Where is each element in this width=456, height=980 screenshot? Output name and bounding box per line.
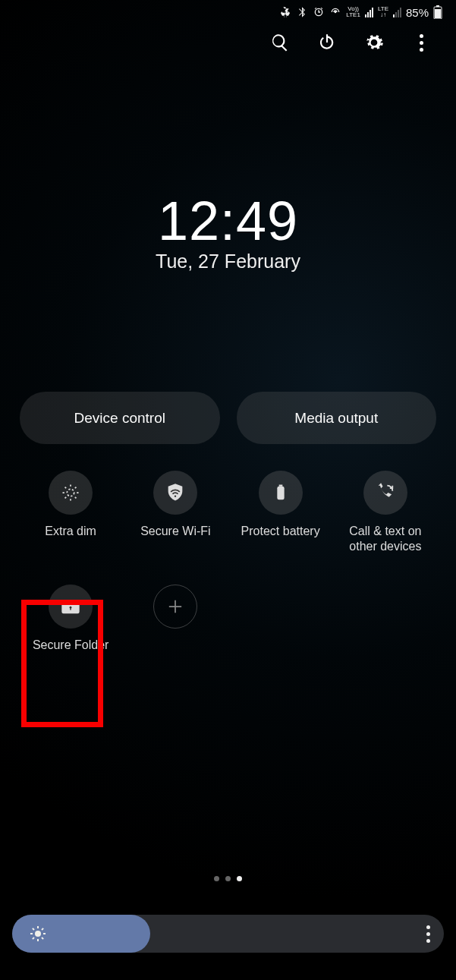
battery-protect-icon (259, 471, 303, 515)
more-button[interactable] (410, 32, 432, 53)
tile-label: Extra dim (45, 524, 96, 539)
status-bar: Vo)) LTE1 LTE ↓↑ 85% (0, 0, 456, 21)
add-tile-button[interactable] (123, 585, 228, 653)
power-icon (317, 33, 337, 52)
svg-rect-7 (278, 485, 282, 487)
device-control-button[interactable]: Device control (20, 392, 220, 444)
control-pill-row: Device control Media output (20, 392, 436, 444)
tile-label (174, 638, 177, 653)
device-control-label: Device control (74, 410, 165, 427)
search-icon (270, 33, 290, 52)
gear-icon (364, 33, 384, 52)
panel-action-row (269, 32, 456, 53)
tile-label: Call & text on other devices (336, 524, 435, 554)
volte-indicator: Vo)) LTE1 (346, 6, 360, 18)
tile-label: Secure Folder (33, 638, 109, 653)
svg-rect-3 (435, 9, 441, 18)
bluetooth-icon (296, 6, 308, 18)
alarm-icon (313, 6, 325, 18)
svg-point-10 (35, 931, 41, 937)
brightness-slider[interactable] (12, 915, 444, 953)
brightness-fill (12, 915, 150, 953)
more-vertical-icon (420, 34, 423, 52)
search-button[interactable] (269, 32, 291, 53)
settings-button[interactable] (363, 32, 385, 53)
svg-rect-6 (277, 487, 284, 500)
call-text-tile[interactable]: Call & text on other devices (333, 471, 438, 554)
shield-wifi-icon (153, 471, 197, 515)
tile-label: Secure Wi-Fi (140, 524, 210, 539)
clock-time: 12:49 (0, 190, 456, 252)
signal-bars-2-icon (393, 7, 401, 17)
call-sync-icon (363, 471, 407, 515)
media-output-button[interactable]: Media output (237, 392, 437, 444)
sun-icon (29, 925, 47, 943)
media-output-label: Media output (294, 410, 378, 427)
extra-dim-tile[interactable]: Extra dim (18, 471, 123, 554)
svg-point-4 (67, 489, 74, 496)
tile-label: Protect battery (241, 524, 320, 539)
secure-folder-tile[interactable]: Secure Folder (18, 585, 123, 653)
svg-rect-9 (70, 607, 71, 610)
hotspot-icon (329, 6, 341, 18)
battery-icon (433, 5, 442, 19)
power-button[interactable] (316, 32, 338, 53)
svg-point-0 (335, 11, 337, 14)
svg-point-5 (175, 496, 176, 497)
secure-folder-icon (49, 585, 93, 629)
lte-indicator: LTE ↓↑ (378, 6, 388, 18)
clock-block: 12:49 Tue, 27 February (0, 190, 456, 273)
plus-icon (153, 585, 197, 629)
protect-battery-tile[interactable]: Protect battery (228, 471, 333, 554)
clock-date: Tue, 27 February (0, 251, 456, 273)
brightness-more-button[interactable] (426, 925, 430, 943)
quick-tile-grid: Extra dim Secure Wi-Fi Protect battery C… (18, 471, 438, 653)
battery-percent: 85% (406, 6, 429, 19)
secure-wifi-tile[interactable]: Secure Wi-Fi (123, 471, 228, 554)
extra-dim-icon (49, 471, 93, 515)
page-indicator (0, 876, 456, 881)
signal-bars-1-icon (365, 7, 373, 17)
recycle-icon (279, 6, 291, 18)
